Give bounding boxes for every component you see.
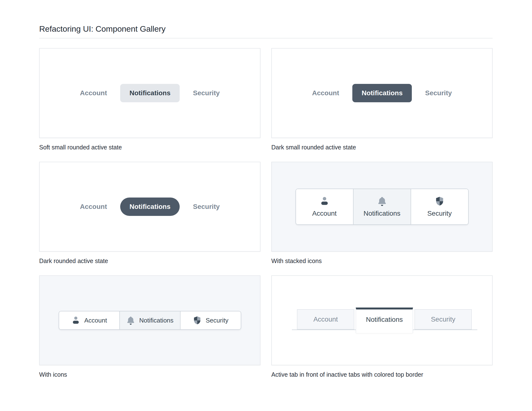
card-caption: Dark small rounded active state [271, 143, 493, 151]
tab-account[interactable]: Account [80, 89, 107, 97]
tab-security[interactable]: Security [415, 309, 472, 329]
user-icon [71, 316, 81, 325]
tab-notifications-active[interactable]: Notifications [120, 84, 180, 102]
component-card: Account Notifications Security [271, 275, 493, 365]
tab-account[interactable]: Account [297, 309, 354, 329]
tab-security[interactable]: Security [193, 203, 220, 211]
card-caption: Soft small rounded active state [39, 143, 260, 151]
card-caption: With icons [39, 371, 260, 378]
tab-bar: Account Notifications Security [40, 49, 260, 138]
tab-security[interactable]: Security [193, 89, 220, 97]
component-card: Account Notifications Security [39, 162, 260, 252]
gallery-item-dark-pill: Account Notifications Security Dark roun… [39, 162, 260, 265]
tab-notifications-active[interactable]: Notifications [119, 311, 180, 329]
title-divider [39, 38, 493, 38]
tab-label: Notifications [363, 210, 400, 217]
tab-account[interactable]: Account [312, 89, 339, 97]
tab-label: Security [427, 210, 452, 217]
bell-icon [126, 316, 135, 325]
gallery-item-dark-rounded: Account Notifications Security Dark smal… [271, 48, 493, 151]
tab-notifications-active[interactable]: Notifications [353, 189, 411, 224]
component-card: Account Notifications [39, 275, 260, 365]
tab-account[interactable]: Account [80, 203, 107, 211]
shield-icon [435, 196, 445, 206]
tab-bar: Account Notifications Security [40, 162, 260, 251]
component-card: Account Notifications Security [39, 48, 260, 138]
tab-security[interactable]: Security [425, 89, 452, 97]
user-icon [319, 196, 330, 206]
tab-label: Security [206, 317, 228, 324]
card-caption: Active tab in front of inactive tabs wit… [271, 371, 493, 378]
gallery-item-front-tab: Account Notifications Security Active ta… [271, 275, 493, 378]
gallery-item-inline-icons: Account Notifications [39, 275, 260, 378]
gallery-item-soft-rounded: Account Notifications Security Soft smal… [39, 48, 260, 151]
tab-security[interactable]: Security [411, 189, 468, 224]
tab-label: Account [312, 210, 337, 217]
segmented-control: Account Notifications [295, 188, 469, 225]
component-gallery-page: Refactoring UI: Component Gallery Accoun… [0, 0, 532, 378]
component-card: Account Notifications [271, 162, 493, 252]
gallery-item-stacked-icons: Account Notifications [271, 162, 493, 265]
tab-notifications-active[interactable]: Notifications [356, 308, 413, 333]
tab-account[interactable]: Account [296, 189, 353, 224]
page-title: Refactoring UI: Component Gallery [39, 24, 493, 34]
segmented-control: Account Notifications [58, 311, 241, 330]
card-caption: Dark rounded active state [39, 257, 260, 265]
bell-icon [377, 196, 387, 206]
tab-bar: Account Notifications Security [272, 49, 492, 138]
component-card: Account Notifications Security [271, 48, 493, 138]
tab-notifications-active[interactable]: Notifications [120, 197, 180, 216]
tab-label: Account [84, 317, 107, 324]
shield-icon [193, 316, 202, 325]
tab-notifications-active[interactable]: Notifications [352, 84, 412, 102]
tab-label: Notifications [139, 317, 174, 324]
card-caption: With stacked icons [271, 257, 493, 265]
tab-account[interactable]: Account [59, 311, 119, 329]
tab-security[interactable]: Security [180, 311, 241, 329]
card-grid: Account Notifications Security Soft smal… [39, 48, 493, 378]
